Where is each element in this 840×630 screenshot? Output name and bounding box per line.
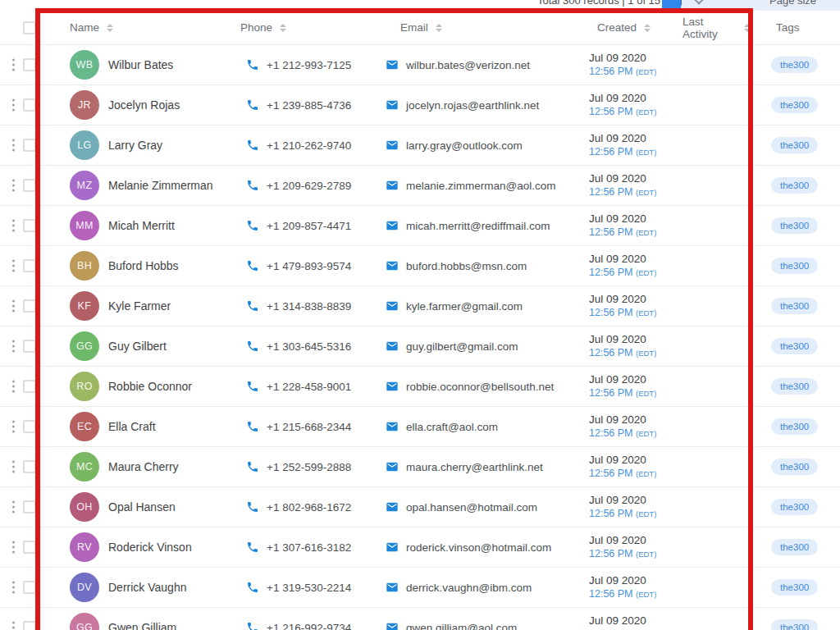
kebab-menu-icon[interactable] xyxy=(12,340,15,353)
name-cell: MM Micah Merritt xyxy=(40,206,234,245)
row-checkbox[interactable] xyxy=(23,98,36,112)
table-row: BH Buford Hobbs +1 479-893-9574 buford.h… xyxy=(0,246,840,286)
row-checkbox[interactable] xyxy=(23,299,36,313)
contact-name[interactable]: Opal Hansen xyxy=(108,500,176,514)
sort-icon[interactable] xyxy=(644,24,651,32)
row-checkbox[interactable] xyxy=(23,219,36,232)
row-checkbox[interactable] xyxy=(23,621,36,630)
email-address: opal.hansen@hotmail.com xyxy=(406,501,537,514)
phone-cell: +1 802-968-1672 xyxy=(234,487,373,527)
phone-icon xyxy=(246,139,259,152)
avatar: BH xyxy=(70,251,99,281)
table-row: MC Maura Cherry +1 252-599-2888 maura.ch… xyxy=(0,447,840,487)
email-address: micah.merritt@rediffmail.com xyxy=(406,220,550,232)
kebab-menu-icon[interactable] xyxy=(12,260,15,272)
contact-name[interactable]: Buford Hobbs xyxy=(108,259,179,272)
tag-badge: the300 xyxy=(771,418,818,435)
created-cell: Jul 09 2020 12:56 PM (EDT) xyxy=(574,568,669,607)
kebab-menu-icon[interactable] xyxy=(12,180,15,192)
created-cell: Jul 09 2020 12:56 PM (EDT) xyxy=(574,367,669,406)
contact-name[interactable]: Larry Gray xyxy=(108,139,162,152)
name-cell: MC Maura Cherry xyxy=(40,447,234,486)
tags-cell: the300 xyxy=(751,206,840,245)
column-header-email[interactable]: Email xyxy=(373,11,574,44)
phone-number: +1 303-645-5316 xyxy=(267,340,351,353)
kebab-menu-icon[interactable] xyxy=(12,300,15,313)
row-checkbox[interactable] xyxy=(23,58,36,71)
contact-name[interactable]: Micah Merritt xyxy=(108,219,175,232)
created-time: 12:56 PM (EDT) xyxy=(589,306,669,320)
contact-name[interactable]: Ella Craft xyxy=(108,420,156,433)
kebab-menu-icon[interactable] xyxy=(12,541,15,554)
kebab-menu-icon[interactable] xyxy=(12,421,15,433)
table-row: OH Opal Hansen +1 802-968-1672 opal.hans… xyxy=(0,487,840,527)
created-timezone: (EDT) xyxy=(636,349,656,358)
phone-number: +1 314-838-8839 xyxy=(267,300,351,313)
table-header-row: Name Phone Email Created Last Activity T… xyxy=(0,11,840,45)
row-checkbox[interactable] xyxy=(23,380,36,393)
pagination-button[interactable] xyxy=(662,0,681,11)
email-icon xyxy=(386,541,399,554)
page-size-control[interactable]: Page size xyxy=(682,0,840,11)
row-checkbox[interactable] xyxy=(23,500,36,514)
row-actions-cell xyxy=(0,126,40,165)
contact-name[interactable]: Guy Gilbert xyxy=(108,340,167,353)
email-address: robbie.oconnor@bellsouth.net xyxy=(406,381,554,393)
created-timezone: (EDT) xyxy=(636,509,656,518)
created-time-value: 12:56 PM xyxy=(589,307,633,318)
contact-name[interactable]: Gwen Gilliam xyxy=(108,621,176,630)
row-checkbox[interactable] xyxy=(23,460,36,473)
created-time: 12:56 PM (EDT) xyxy=(589,346,669,360)
tag-badge: the300 xyxy=(771,539,818,555)
created-time-value: 12:56 PM xyxy=(589,468,633,479)
row-checkbox[interactable] xyxy=(23,139,36,152)
tag-badge: the300 xyxy=(771,57,818,73)
row-checkbox[interactable] xyxy=(23,581,36,594)
last-activity-cell xyxy=(669,206,751,245)
contact-name[interactable]: Derrick Vaughn xyxy=(108,581,186,594)
contact-name[interactable]: Jocelyn Rojas xyxy=(108,98,180,112)
phone-icon xyxy=(246,460,259,473)
sort-icon[interactable] xyxy=(280,24,286,32)
tags-cell: the300 xyxy=(751,85,840,125)
sort-icon[interactable] xyxy=(744,24,751,32)
column-header-last-activity[interactable]: Last Activity xyxy=(669,11,751,44)
select-all-checkbox[interactable] xyxy=(23,21,36,34)
kebab-menu-icon[interactable] xyxy=(12,501,15,514)
contact-name[interactable]: Kyle Farmer xyxy=(108,299,171,313)
kebab-menu-icon[interactable] xyxy=(12,99,15,112)
sort-icon[interactable] xyxy=(436,24,442,32)
contact-name[interactable]: Wilbur Bates xyxy=(108,58,173,71)
row-checkbox[interactable] xyxy=(23,541,36,554)
row-checkbox[interactable] xyxy=(23,259,36,272)
email-cell: gwen.gilliam@aol.com xyxy=(373,608,574,630)
phone-cell: +1 212-993-7125 xyxy=(234,45,373,84)
created-date: Jul 09 2020 xyxy=(589,292,669,306)
kebab-menu-icon[interactable] xyxy=(12,381,15,393)
kebab-menu-icon[interactable] xyxy=(12,622,15,630)
created-time-value: 12:56 PM xyxy=(589,146,633,158)
created-time-value: 12:56 PM xyxy=(589,387,633,399)
created-date: Jul 09 2020 xyxy=(589,212,669,226)
kebab-menu-icon[interactable] xyxy=(12,582,15,594)
column-header-name[interactable]: Name xyxy=(40,11,234,44)
contact-name[interactable]: Robbie Oconnor xyxy=(108,380,192,393)
kebab-menu-icon[interactable] xyxy=(12,139,15,152)
kebab-menu-icon[interactable] xyxy=(12,59,15,71)
contact-name[interactable]: Melanie Zimmerman xyxy=(108,179,213,192)
row-checkbox[interactable] xyxy=(23,179,36,192)
contact-name[interactable]: Roderick Vinson xyxy=(108,541,192,554)
phone-cell: +1 239-885-4736 xyxy=(234,85,373,125)
row-checkbox[interactable] xyxy=(23,340,36,353)
column-header-created[interactable]: Created xyxy=(574,11,669,44)
column-header-phone[interactable]: Phone xyxy=(234,11,373,44)
email-icon xyxy=(386,98,399,112)
kebab-menu-icon[interactable] xyxy=(12,220,15,232)
table-body: WB Wilbur Bates +1 212-993-7125 wilbur.b… xyxy=(0,45,840,630)
created-time: 12:56 PM (EDT) xyxy=(589,507,669,521)
kebab-menu-icon[interactable] xyxy=(12,461,15,473)
row-checkbox[interactable] xyxy=(23,420,36,433)
contact-name[interactable]: Maura Cherry xyxy=(108,460,179,473)
phone-icon xyxy=(246,58,259,71)
sort-icon[interactable] xyxy=(107,24,113,32)
